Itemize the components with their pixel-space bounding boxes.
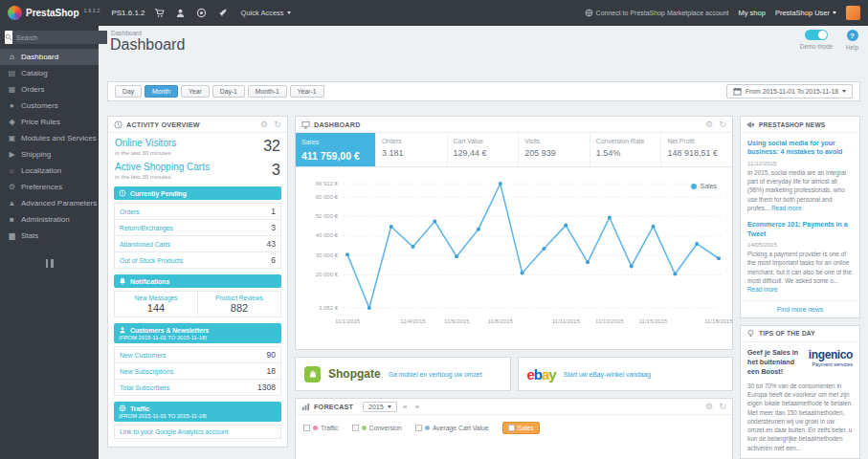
dashboard-icon: ⌂ bbox=[8, 53, 16, 61]
sidebar-item-price-rules[interactable]: ◆Price Rules bbox=[0, 114, 99, 130]
date-range-picker[interactable]: From 2015-11-01 To 2015-11-18 bbox=[726, 84, 853, 98]
online-visitors-value: 32 bbox=[263, 138, 280, 155]
user-menu[interactable]: PrestaShop User bbox=[775, 9, 836, 17]
preferences-icon: ⚙ bbox=[8, 183, 16, 191]
new-messages-cell[interactable]: New Messages144 bbox=[115, 292, 197, 317]
quick-access-menu[interactable]: Quick Access bbox=[241, 9, 291, 17]
bell-icon bbox=[119, 277, 126, 285]
user-avatar[interactable] bbox=[846, 6, 860, 20]
filter-year-button[interactable]: Year bbox=[181, 85, 210, 98]
product-reviews-cell[interactable]: Product Reviews882 bbox=[197, 292, 280, 317]
read-more-link[interactable]: Read more bbox=[747, 286, 778, 293]
customer-icon[interactable] bbox=[174, 7, 188, 20]
sidebar-item-localization[interactable]: ☼Localization bbox=[0, 163, 99, 179]
news-article-title[interactable]: Using social media for your business: 4 … bbox=[747, 139, 853, 157]
kpi-strip: Sales411 759,00 € Orders3 181 Cart Value… bbox=[296, 133, 732, 167]
shopgate-icon bbox=[304, 366, 321, 382]
sidebar-item-label: Price Rules bbox=[21, 118, 60, 126]
sidebar-item-customers[interactable]: ●Customers bbox=[0, 98, 99, 114]
forecast-legend-traffic[interactable]: Traffic bbox=[303, 425, 339, 431]
find-more-news-link[interactable]: Find more news bbox=[741, 300, 859, 317]
kpi-visits[interactable]: Visits205 939 bbox=[518, 133, 590, 166]
ebay-link[interactable]: Start uw eBay-winkel vandaag bbox=[564, 371, 651, 378]
online-visitors-row: Online Visitors in the last 30 minutes 3… bbox=[108, 133, 287, 157]
sidebar-item-label: Stats bbox=[21, 231, 38, 240]
kpi-net-profit[interactable]: Net Profit148 918,51 € bbox=[660, 133, 732, 166]
forecast-next-button[interactable]: » bbox=[413, 403, 422, 411]
kpi-sales[interactable]: Sales411 759,00 € bbox=[296, 133, 375, 166]
traffic-checkbox[interactable] bbox=[303, 425, 310, 431]
shopgate-link[interactable]: Ga mobiel en verhoog uw omzet bbox=[389, 371, 482, 378]
price-rules-icon: ◆ bbox=[8, 118, 16, 126]
panel-settings-icon[interactable]: ⚙ bbox=[705, 402, 713, 411]
kpi-orders[interactable]: Orders3 181 bbox=[375, 133, 447, 166]
filter-day-1-button[interactable]: Day-1 bbox=[212, 85, 245, 98]
sidebar-item-administration[interactable]: ■Administration bbox=[0, 211, 99, 228]
header-tools: Demo mode ? Help bbox=[800, 30, 858, 51]
customers-newsletters-header: Customers & Newsletters (FROM 2015-11-01… bbox=[114, 323, 281, 343]
sidebar-item-modules[interactable]: ▣Modules and Services bbox=[0, 130, 99, 146]
date-filter-toolbar: Day Month Year Day-1 Month-1 Year-1 From… bbox=[107, 81, 860, 101]
conversion-checkbox[interactable] bbox=[352, 425, 359, 431]
tips-of-the-day-panel: Tips of the day Geef je Sales in het bui… bbox=[740, 325, 860, 459]
panel-title: Activity overview bbox=[126, 120, 200, 129]
panel-settings-icon[interactable]: ⚙ bbox=[260, 120, 268, 129]
panel-refresh-icon[interactable]: ↻ bbox=[719, 402, 726, 411]
screen-icon bbox=[301, 120, 310, 129]
forecast-legend-sales[interactable]: Sales bbox=[502, 422, 540, 434]
kpi-conversion-rate[interactable]: Conversion Rate1.54% bbox=[590, 133, 661, 166]
currently-pending-header: Currently Pending bbox=[114, 186, 281, 200]
sidebar-item-shipping[interactable]: ▶Shipping bbox=[0, 146, 99, 163]
sidebar-item-catalog[interactable]: ▤Catalog bbox=[0, 65, 99, 81]
shop-name[interactable]: PS1.6.1.2 bbox=[111, 9, 145, 17]
filter-day-button[interactable]: Day bbox=[115, 85, 142, 98]
sidebar-item-label: Localization bbox=[21, 166, 61, 175]
collapse-sidebar-button[interactable] bbox=[44, 259, 56, 268]
forecast-legend-conversion[interactable]: Conversion bbox=[352, 425, 402, 431]
forecast-prev-button[interactable]: « bbox=[401, 403, 410, 411]
search-input[interactable] bbox=[12, 31, 107, 44]
filter-month-button[interactable]: Month bbox=[145, 85, 178, 98]
forecast-year-select[interactable]: 2015 bbox=[363, 402, 397, 412]
active-carts-link[interactable]: Active Shopping Carts bbox=[115, 162, 210, 172]
demo-mode-toggle[interactable] bbox=[805, 30, 828, 40]
panel-refresh-icon[interactable]: ↻ bbox=[274, 120, 281, 129]
pending-row-returns: Return/Exchanges3 bbox=[114, 220, 281, 236]
prestashop-logo[interactable]: PrestaShop 1.6.1.2 bbox=[8, 6, 100, 20]
support-icon[interactable] bbox=[195, 7, 209, 20]
sidebar-item-stats[interactable]: ▆Stats bbox=[0, 228, 99, 244]
active-carts-row: Active Shopping Carts in the last 30 min… bbox=[108, 157, 287, 181]
chart-y-axis: 66 912 €60 000 €50 000 €40 000 €30 000 €… bbox=[298, 179, 340, 313]
stats-icon: ▆ bbox=[8, 231, 16, 240]
news-article-title[interactable]: Ecommerce 101: Payments in a Tweet bbox=[747, 220, 853, 238]
sidebar-item-advanced-parameters[interactable]: ▲Advanced Parameters bbox=[0, 195, 99, 211]
dashboard-panel: Dashboard ⚙↻ Sales411 759,00 € Orders3 1… bbox=[295, 116, 733, 350]
sales-checkbox[interactable] bbox=[508, 425, 515, 431]
cart-icon[interactable] bbox=[153, 7, 167, 20]
help-label: Help bbox=[846, 44, 858, 51]
sidebar-item-orders[interactable]: ▦Orders bbox=[0, 81, 99, 98]
activity-overview-panel: Activity overview ⚙↻ Online Visitors in … bbox=[107, 116, 288, 448]
sidebar-item-dashboard[interactable]: ⌂Dashboard bbox=[0, 49, 99, 65]
ebay-promo[interactable]: ebay Start uw eBay-winkel vandaag bbox=[518, 357, 734, 391]
average-cart-value-checkbox[interactable] bbox=[415, 425, 422, 431]
my-shop-link[interactable]: My shop bbox=[739, 9, 766, 17]
sidebar-item-label: Dashboard bbox=[21, 53, 58, 61]
version-label: 1.6.1.2 bbox=[84, 8, 100, 13]
shopgate-promo[interactable]: Shopgate Ga mobiel en verhoog uw omzet bbox=[295, 357, 511, 391]
kpi-cart-value[interactable]: Cart Value129,44 € bbox=[447, 133, 519, 166]
help-icon[interactable]: ? bbox=[847, 30, 858, 41]
filter-year-1-button[interactable]: Year-1 bbox=[290, 85, 324, 98]
filter-month-1-button[interactable]: Month-1 bbox=[248, 85, 287, 98]
sidebar-item-preferences[interactable]: ⚙Preferences bbox=[0, 179, 99, 195]
forecast-legend-average-cart-value[interactable]: Average Cart Value bbox=[415, 425, 489, 431]
panel-settings-icon[interactable]: ⚙ bbox=[705, 120, 713, 129]
read-more-link[interactable]: Read more bbox=[771, 205, 802, 211]
sidebar-item-label: Customers bbox=[21, 101, 58, 110]
rocket-icon[interactable] bbox=[216, 7, 230, 20]
sidebar-item-label: Preferences bbox=[21, 183, 62, 191]
google-analytics-link[interactable]: Link to your Google Analytics account bbox=[120, 428, 228, 435]
online-visitors-link[interactable]: Online Visitors bbox=[115, 138, 176, 148]
panel-refresh-icon[interactable]: ↻ bbox=[719, 120, 726, 129]
marketplace-link[interactable]: Connect to PrestaShop Marketplace accoun… bbox=[585, 9, 729, 17]
